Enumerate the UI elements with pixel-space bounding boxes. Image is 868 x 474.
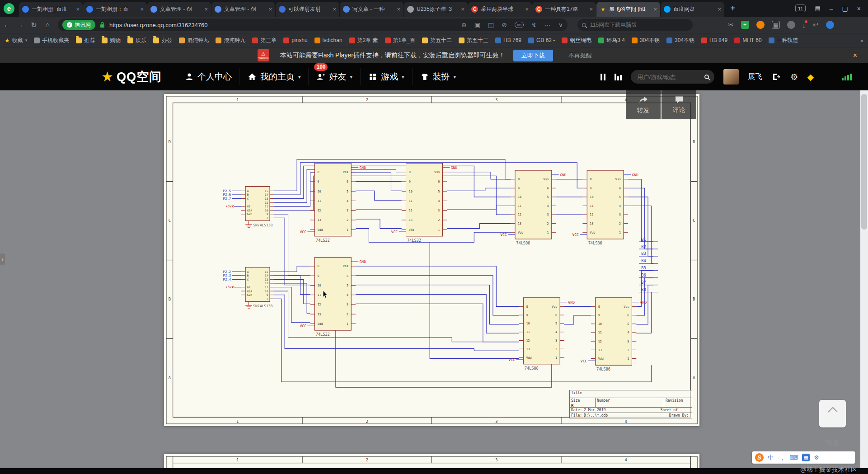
shopping-assistant-icon[interactable] bbox=[756, 21, 765, 29]
bookmark-item[interactable]: lvdichan bbox=[314, 37, 343, 44]
adblock-icon[interactable]: ⊘ bbox=[502, 21, 507, 28]
back-button[interactable]: ← bbox=[0, 21, 14, 29]
bookmark-item[interactable]: 混沌钟九 bbox=[179, 37, 209, 44]
bookmark-item[interactable]: 钢丝绳电 bbox=[562, 37, 591, 44]
tab-close-icon[interactable]: × bbox=[140, 6, 144, 13]
ime-mode-toggle[interactable]: 中 bbox=[768, 454, 774, 462]
speed-mode-icon[interactable] bbox=[826, 21, 834, 29]
tab-close-icon[interactable]: × bbox=[204, 6, 208, 13]
logout-icon[interactable] bbox=[771, 72, 781, 81]
banner-close-icon[interactable]: × bbox=[853, 52, 857, 60]
browser-tab[interactable]: 文章管理 - 创 × bbox=[147, 2, 211, 17]
safety-shield-icon[interactable]: ⊕ bbox=[461, 21, 467, 28]
maximize-button[interactable]: ▢ bbox=[842, 5, 848, 12]
bookmark-item[interactable]: 推荐 bbox=[76, 37, 95, 44]
snapshot-icon[interactable]: ▣ bbox=[474, 21, 480, 28]
bookmark-item[interactable]: 304不锈 bbox=[632, 37, 660, 44]
bookmark-item[interactable]: 办公 bbox=[153, 37, 172, 44]
browser-tab[interactable]: 可以弹射发射 × bbox=[276, 2, 339, 17]
qzone-search-input[interactable] bbox=[636, 73, 695, 81]
tab-close-icon[interactable]: × bbox=[718, 6, 721, 13]
dropdown-icon[interactable]: ∨ bbox=[558, 21, 563, 28]
extra-extension-icon[interactable] bbox=[787, 21, 795, 29]
tv-cast-icon[interactable]: ▦ bbox=[772, 21, 780, 29]
screenshot-scissors-icon[interactable]: ✂ bbox=[728, 21, 734, 29]
back-to-top-button[interactable] bbox=[819, 400, 846, 427]
comment-button[interactable]: 评论 bbox=[662, 90, 696, 119]
home-button[interactable]: ⌂ bbox=[41, 21, 54, 29]
sidebar-expander[interactable]: › bbox=[0, 253, 5, 265]
bookmark-item[interactable]: HB 849 bbox=[701, 37, 727, 44]
bookmark-item[interactable]: 手机收藏夹 bbox=[34, 37, 69, 44]
qzone-logo[interactable]: ★ QQ空间 bbox=[101, 69, 162, 85]
avatar[interactable] bbox=[723, 69, 739, 84]
url-input[interactable] bbox=[108, 21, 258, 29]
bookmark-item[interactable]: 一种轨道 bbox=[769, 37, 798, 44]
close-window-button[interactable]: × bbox=[857, 5, 861, 12]
undo-closed-tab-icon[interactable]: ↩ bbox=[813, 21, 819, 29]
images-icon[interactable]: ◫ bbox=[488, 21, 494, 28]
toolbar-search-box[interactable] bbox=[577, 19, 693, 31]
bookmark-item[interactable]: 第五十三 bbox=[459, 37, 488, 44]
ime-punct-toggle[interactable]: ·， bbox=[778, 454, 785, 462]
more-actions-icon[interactable]: ⋯ bbox=[544, 21, 551, 28]
nav-item-profile[interactable]: 个人中心 bbox=[177, 68, 239, 85]
sogou-logo-icon[interactable]: S bbox=[755, 453, 764, 462]
tab-close-icon[interactable]: × bbox=[268, 6, 272, 13]
vertical-scrollbar[interactable] bbox=[860, 90, 868, 468]
minimize-button[interactable]: – bbox=[830, 5, 833, 12]
equalizer-icon[interactable] bbox=[615, 74, 622, 80]
new-tab-button[interactable]: + bbox=[725, 3, 741, 14]
tab-close-icon[interactable]: × bbox=[333, 6, 336, 13]
bookmark-item[interactable]: 娱乐 bbox=[127, 37, 146, 44]
windows-taskbar[interactable] bbox=[0, 468, 868, 474]
browser-tab[interactable]: ★ 展飞的空间 [htt × bbox=[596, 2, 660, 17]
nav-item-games[interactable]: 游戏 ▾ bbox=[360, 68, 412, 85]
favorites-menu[interactable]: ★ 收藏 ▾ bbox=[5, 37, 27, 44]
bookmark-item[interactable]: pinshu bbox=[283, 37, 307, 44]
ime-grid-icon[interactable]: ▦ bbox=[802, 454, 810, 461]
bookmark-item[interactable]: 第三章 bbox=[252, 37, 277, 44]
forward-button[interactable]: → bbox=[14, 21, 27, 29]
tab-close-icon[interactable]: × bbox=[653, 6, 657, 13]
site-identity-badge[interactable]: ✓ 腾讯网 bbox=[62, 20, 95, 30]
panel-layout-icon[interactable]: ▤ bbox=[815, 5, 820, 12]
browser-tab[interactable]: 百度网盘 × bbox=[661, 2, 724, 17]
tab-close-icon[interactable]: × bbox=[76, 6, 80, 13]
forward-button[interactable]: 转发 bbox=[626, 90, 661, 119]
pause-music-icon[interactable] bbox=[601, 74, 605, 80]
tab-close-icon[interactable]: × bbox=[525, 6, 529, 13]
tab-close-icon[interactable]: × bbox=[397, 6, 400, 13]
bookmark-item[interactable]: GB 62 - bbox=[528, 37, 555, 44]
bookmark-item[interactable]: 304不锈 bbox=[666, 37, 694, 44]
download-manager-icon[interactable]: ↓ bbox=[802, 21, 806, 29]
ime-settings-icon[interactable]: ⚙ bbox=[814, 454, 819, 461]
nav-item-decorate[interactable]: 装扮 ▾ bbox=[412, 68, 464, 85]
extensions-icon[interactable]: + bbox=[741, 21, 749, 29]
browser-tab[interactable]: 一刻相册_百度 × bbox=[19, 2, 83, 17]
nav-item-friends[interactable]: 100 好友 ▾ bbox=[308, 68, 360, 85]
bookmark-item[interactable]: 混沌钟九 bbox=[216, 37, 245, 44]
browser-tab[interactable]: C 一种具有17路 × bbox=[532, 2, 596, 17]
scrollbar-thumb[interactable] bbox=[861, 94, 867, 230]
reload-button[interactable]: ↻ bbox=[27, 21, 41, 29]
ime-keyboard-icon[interactable]: ⌨ bbox=[789, 454, 798, 461]
username[interactable]: 展飞 bbox=[748, 72, 762, 82]
download-now-button[interactable]: 立即下载 bbox=[513, 50, 553, 61]
boost-icon[interactable]: ↯ bbox=[531, 21, 537, 28]
browser-menu-icon[interactable]: e bbox=[4, 3, 14, 14]
bookmark-item[interactable]: 第1章_百 bbox=[385, 37, 415, 44]
url-bar[interactable]: ✓ 腾讯网 ⊕ ▣ ◫ ⊘ on ↯ ⋯ ∨ bbox=[58, 19, 568, 31]
browser-tab[interactable]: C 采用两块半球 × bbox=[468, 2, 532, 17]
dont-remind-link[interactable]: 不再提醒 bbox=[568, 52, 592, 60]
tab-count-badge[interactable]: 11 bbox=[795, 5, 806, 12]
bookmarks-overflow-icon[interactable]: » bbox=[860, 37, 863, 44]
bookmark-item[interactable]: 环岛3 4 bbox=[598, 37, 625, 44]
bookmark-item[interactable]: HB 769 bbox=[495, 37, 521, 44]
tab-close-icon[interactable]: × bbox=[461, 6, 464, 13]
nav-item-my-home[interactable]: 我的主页 ▾ bbox=[239, 68, 309, 85]
tab-close-icon[interactable]: × bbox=[589, 6, 593, 13]
bookmark-item[interactable]: 第2章 素 bbox=[349, 37, 378, 44]
bookmark-item[interactable]: MHT 60 bbox=[734, 37, 761, 44]
browser-tab[interactable]: U235原子弹_3 × bbox=[404, 2, 468, 17]
